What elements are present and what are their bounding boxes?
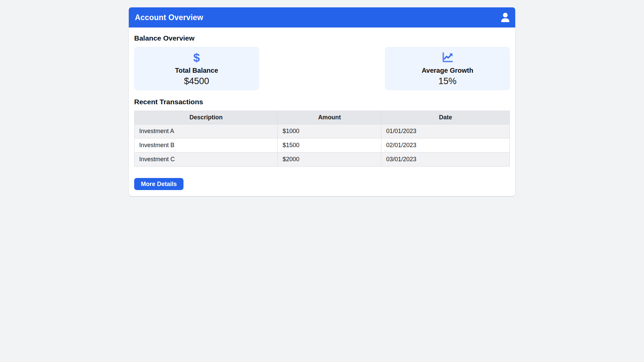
chart-line-icon (385, 51, 509, 65)
cell-description: Investment B (135, 138, 278, 153)
stats-row: $ Total Balance $4500 Average Growth 15% (134, 47, 510, 90)
stat-label: Average Growth (385, 67, 509, 74)
cell-date: 01/01/2023 (381, 124, 510, 138)
cell-amount: $1500 (278, 138, 381, 153)
table-row: Investment B $1500 02/01/2023 (135, 138, 510, 153)
average-growth-card: Average Growth 15% (385, 47, 510, 90)
column-header-amount: Amount (278, 111, 381, 124)
more-details-button[interactable]: More Details (134, 178, 183, 190)
balance-overview-heading: Balance Overview (134, 34, 510, 42)
transactions-table: Description Amount Date Investment A $10… (134, 111, 510, 167)
table-row: Investment C $2000 03/01/2023 (135, 153, 510, 167)
column-header-date: Date (381, 111, 510, 124)
cell-date: 03/01/2023 (381, 153, 510, 167)
dollar-sign-icon: $ (135, 51, 259, 65)
table-header-row: Description Amount Date (135, 111, 510, 124)
user-icon[interactable] (501, 13, 509, 22)
cell-amount: $2000 (278, 153, 381, 167)
account-overview-card: Account Overview Balance Overview $ Tota… (129, 7, 515, 196)
stat-label: Total Balance (135, 67, 259, 74)
cell-description: Investment A (135, 124, 278, 138)
cell-date: 02/01/2023 (381, 138, 510, 153)
recent-transactions-heading: Recent Transactions (134, 98, 510, 106)
total-balance-card: $ Total Balance $4500 (134, 47, 259, 90)
table-row: Investment A $1000 01/01/2023 (135, 124, 510, 138)
card-header: Account Overview (129, 7, 515, 27)
card-content: Balance Overview $ Total Balance $4500 A (129, 27, 515, 196)
cell-amount: $1000 (278, 124, 381, 138)
column-header-description: Description (135, 111, 278, 124)
page-title: Account Overview (135, 13, 203, 22)
stat-value: 15% (385, 76, 509, 86)
stat-value: $4500 (135, 76, 259, 86)
cell-description: Investment C (135, 153, 278, 167)
